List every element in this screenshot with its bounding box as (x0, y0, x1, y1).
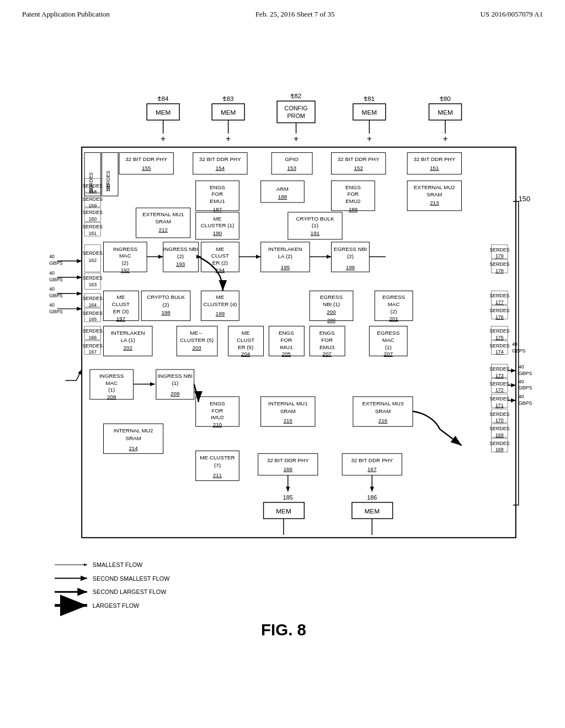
svg-text:(2): (2) (391, 308, 397, 314)
svg-text:EXTERNAL MU3: EXTERNAL MU3 (362, 400, 404, 406)
svg-text:SERDES: SERDES (489, 411, 509, 417)
svg-text:ER (3): ER (3) (113, 308, 129, 314)
svg-text:158: 158 (105, 184, 111, 192)
svg-text:FOR: FOR (212, 191, 223, 197)
svg-text:SERDES: SERDES (83, 311, 103, 316)
patent-number: US 2016/0057079 A1 (481, 10, 543, 19)
svg-text:⌐: ⌐ (440, 94, 444, 101)
svg-text:ARM: ARM (276, 186, 289, 192)
svg-text:215: 215 (284, 417, 293, 424)
svg-text:SERDES: SERDES (83, 183, 103, 189)
svg-text:155: 155 (142, 165, 151, 171)
svg-text:162: 162 (88, 258, 97, 263)
svg-text:NBI (1): NBI (1) (323, 301, 340, 307)
svg-text:SRAM: SRAM (427, 191, 442, 197)
svg-text:⌐: ⌐ (158, 94, 162, 101)
svg-text:175: 175 (495, 335, 504, 340)
svg-text:200: 200 (327, 318, 335, 323)
svg-text:GBPS: GBPS (519, 400, 532, 406)
svg-text:EGRESS: EGRESS (377, 330, 399, 336)
svg-text:FOR: FOR (347, 191, 359, 197)
svg-text:158: 158 (88, 189, 97, 195)
svg-text:↓: ↓ (286, 484, 290, 491)
svg-text:32 BIT DDR PHY: 32 BIT DDR PHY (351, 457, 393, 463)
pub-label: Patent Application Publication (22, 10, 110, 19)
svg-text:177: 177 (495, 299, 504, 305)
svg-text:CONFIG: CONFIG (285, 105, 308, 111)
svg-text:191: 191 (311, 230, 319, 236)
svg-text:32 BIT DDR PHY: 32 BIT DDR PHY (125, 156, 167, 162)
svg-text:+: + (367, 134, 372, 143)
svg-text:LA (1): LA (1) (121, 337, 135, 343)
svg-text:186: 186 (367, 494, 377, 501)
svg-text:207: 207 (384, 351, 393, 357)
svg-text:208: 208 (107, 394, 116, 400)
svg-text:196: 196 (346, 264, 355, 270)
svg-text:MEM: MEM (438, 109, 453, 116)
svg-text:40: 40 (512, 341, 518, 347)
svg-text:164: 164 (88, 302, 97, 308)
svg-text:167: 167 (367, 466, 376, 472)
svg-text:197: 197 (116, 315, 125, 322)
svg-text:189: 189 (349, 206, 358, 212)
svg-text:EGRESS: EGRESS (320, 294, 343, 300)
svg-text:EMU1: EMU1 (210, 198, 225, 204)
svg-text:SECOND LARGEST FLOW: SECOND LARGEST FLOW (93, 588, 167, 595)
svg-text:ME: ME (216, 246, 225, 252)
svg-text:SERDES: SERDES (83, 275, 103, 281)
svg-text:32 BIT DDR PHY: 32 BIT DDR PHY (267, 457, 309, 463)
svg-text:ME←: ME← (190, 330, 204, 336)
svg-text:MEM: MEM (362, 109, 377, 116)
svg-text:40: 40 (519, 364, 524, 370)
svg-text:165: 165 (88, 317, 97, 322)
svg-text:INTERLAKEN: INTERLAKEN (268, 246, 302, 252)
svg-text:ME: ME (216, 294, 225, 300)
svg-text:163: 163 (88, 282, 97, 287)
svg-text:154: 154 (216, 165, 225, 171)
svg-text:179: 179 (495, 253, 504, 259)
svg-text:IMU1: IMU1 (280, 344, 292, 350)
svg-text:201: 201 (389, 315, 398, 322)
svg-text:204: 204 (241, 351, 250, 357)
svg-text:216: 216 (379, 417, 388, 424)
svg-text:151: 151 (430, 165, 439, 171)
svg-text:160: 160 (88, 216, 97, 222)
svg-text:FOR: FOR (321, 337, 333, 343)
svg-text:40: 40 (49, 254, 55, 259)
svg-text:32 BIT DDR PHY: 32 BIT DDR PHY (413, 156, 455, 162)
svg-text:40: 40 (519, 379, 524, 384)
svg-text:213: 213 (430, 200, 439, 206)
svg-text:EGRESS NBI: EGRESS NBI (334, 246, 367, 252)
svg-text:SERDES: SERDES (489, 366, 509, 372)
svg-text:SRAM: SRAM (155, 218, 170, 224)
svg-text:SERDES: SERDES (489, 426, 509, 431)
svg-text:178: 178 (495, 268, 504, 274)
date-sheet-label: Feb. 25, 2016 Sheet 7 of 35 (255, 10, 335, 19)
svg-text:SRAM: SRAM (280, 408, 296, 414)
svg-text:ENGS: ENGS (210, 400, 225, 406)
svg-text:EMU2: EMU2 (345, 198, 360, 204)
svg-text:161: 161 (88, 231, 97, 236)
svg-text:SERDES: SERDES (489, 441, 509, 446)
svg-text:40: 40 (49, 270, 55, 276)
svg-text:EXTERNAL MU1: EXTERNAL MU1 (142, 211, 184, 217)
svg-text:(2): (2) (177, 253, 184, 259)
svg-text:152: 152 (354, 165, 363, 171)
svg-text:GBPS: GBPS (519, 385, 532, 390)
svg-text:ME: ME (242, 330, 250, 336)
svg-text:INTERLAKEN: INTERLAKEN (111, 330, 145, 336)
svg-text:(1): (1) (312, 222, 318, 228)
svg-text:+: + (226, 134, 231, 143)
svg-text:170: 170 (495, 417, 504, 423)
svg-text:SERDES: SERDES (489, 381, 509, 387)
svg-text:INTERNAL MU2: INTERNAL MU2 (114, 427, 153, 433)
svg-text:ME: ME (214, 216, 222, 222)
svg-text:SERDES: SERDES (83, 210, 103, 215)
svg-text:32 BIT DDR PHY: 32 BIT DDR PHY (338, 156, 380, 162)
svg-text:192: 192 (121, 267, 130, 273)
diagram-area: 150 MEM 184 ⌐ MEM 183 ⌐ CONFIG PROM 182 … (22, 44, 543, 695)
svg-text:+: + (161, 134, 166, 143)
svg-text:⌐: ⌐ (364, 94, 367, 101)
svg-rect-36 (82, 147, 516, 538)
svg-text:209: 209 (170, 390, 179, 397)
